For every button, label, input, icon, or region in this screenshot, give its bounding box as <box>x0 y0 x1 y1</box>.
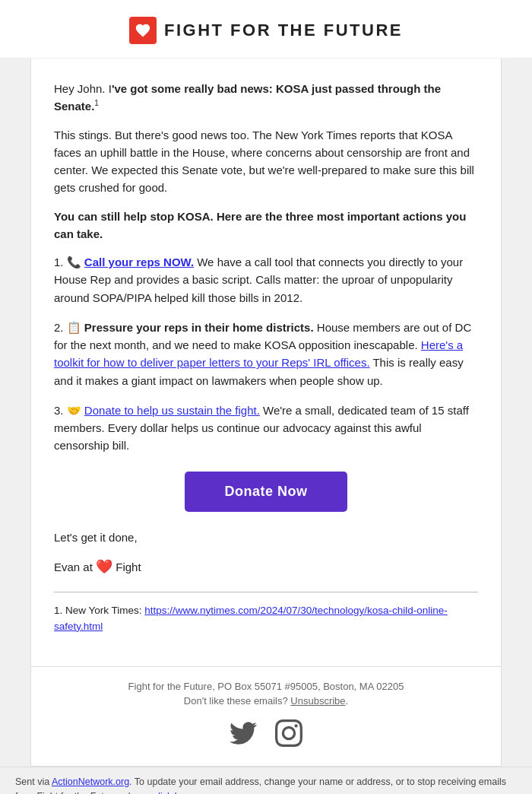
signoff-fight: Fight <box>112 561 141 573</box>
email-wrapper: FIGHT FOR THE FUTURE Hey John. I've got … <box>0 0 532 794</box>
social-icons-container <box>54 717 478 749</box>
action1-link[interactable]: Call your reps NOW. <box>84 256 194 268</box>
action3-num: 3. 🤝 <box>54 404 84 417</box>
signoff-line1: Let's get it done, <box>54 529 478 546</box>
action2-paragraph: 2. 📋 Pressure your reps in their home di… <box>54 319 478 389</box>
action-item-1: 1. 📞 Call your reps NOW. We have a call … <box>54 253 478 306</box>
email-header: FIGHT FOR THE FUTURE <box>0 0 532 59</box>
sign-off: Let's get it done, Evan at ❤️ Fight <box>54 529 478 578</box>
greeting-bold: 've got some really bad news: KOSA just … <box>54 82 441 113</box>
donate-button-wrapper: Donate Now <box>54 472 478 512</box>
section-divider <box>54 592 478 592</box>
action3-paragraph: 3. 🤝 Donate to help us sustain the fight… <box>54 402 478 455</box>
footer-address: Fight for the Future, PO Box 55071 #9500… <box>54 681 478 692</box>
logo-text: FIGHT FOR THE FUTURE <box>164 21 403 40</box>
footnote-source: New York Times: <box>65 605 144 616</box>
footnote-section: 1. New York Times: https://www.nytimes.c… <box>54 603 478 635</box>
action-network-link[interactable]: ActionNetwork.org <box>52 777 129 787</box>
instagram-icon <box>275 719 302 747</box>
twitter-icon <box>230 719 257 747</box>
footer-section: Fight for the Future, PO Box 55071 #9500… <box>30 667 502 767</box>
footnote-ref: 1 <box>94 99 99 107</box>
para2-bold: You can still help stop KOSA. Here are t… <box>54 208 478 243</box>
unsubscribe-link[interactable]: Unsubscribe <box>290 695 345 707</box>
action-item-3: 3. 🤝 Donate to help us sustain the fight… <box>54 402 478 455</box>
sent-via-text-before: Sent via <box>15 777 52 787</box>
heart-icon: ❤️ <box>96 559 112 574</box>
signoff-line2: Evan at ❤️ Fight <box>54 557 478 578</box>
sent-via-text-end: . <box>194 791 196 794</box>
donate-now-button[interactable]: Donate Now <box>185 472 347 512</box>
greeting-text: Hey John. I <box>54 82 112 95</box>
signoff-evan: Evan at <box>54 561 93 573</box>
footnote-num: 1. <box>54 605 62 616</box>
click-here-link[interactable]: click here <box>154 791 194 794</box>
action2-num: 2. 📋 <box>54 321 84 334</box>
sent-via-bar: Sent via ActionNetwork.org. To update yo… <box>0 767 532 794</box>
logo-container: FIGHT FOR THE FUTURE <box>129 17 403 44</box>
action1-paragraph: 1. 📞 Call your reps NOW. We have a call … <box>54 253 478 306</box>
action2-bold: Pressure your reps in their home distric… <box>84 321 314 334</box>
email-body: Hey John. I've got some really bad news:… <box>30 59 502 667</box>
logo-heart-icon <box>129 17 157 44</box>
greeting-paragraph: Hey John. I've got some really bad news:… <box>54 80 478 116</box>
instagram-link[interactable] <box>273 717 305 749</box>
twitter-link[interactable] <box>227 717 259 749</box>
action3-link[interactable]: Donate to help us sustain the fight. <box>84 404 260 417</box>
action-item-2: 2. 📋 Pressure your reps in their home di… <box>54 319 478 389</box>
para1: This stings. But there's good news too. … <box>54 126 478 197</box>
footer-unsubscribe: Don't like these emails? Unsubscribe. <box>54 695 478 707</box>
footnote-paragraph: 1. New York Times: https://www.nytimes.c… <box>54 603 478 635</box>
action1-num: 1. 📞 <box>54 256 84 268</box>
